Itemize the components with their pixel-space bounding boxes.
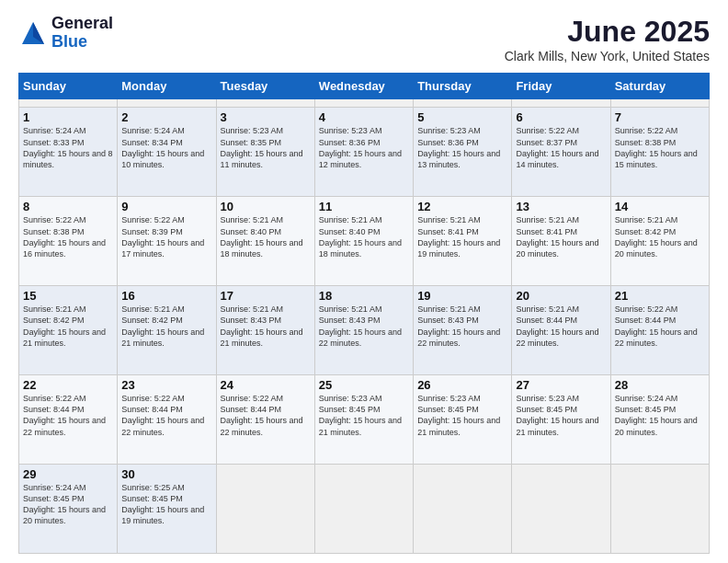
day-number: 6 [516, 110, 606, 124]
day-number: 3 [221, 110, 311, 124]
calendar-cell: 5Sunrise: 5:23 AM Sunset: 8:36 PM Daylig… [414, 108, 512, 197]
day-number: 17 [221, 289, 311, 303]
calendar-cell [414, 99, 512, 108]
calendar-week-row: 29Sunrise: 5:24 AM Sunset: 8:45 PM Dayli… [19, 465, 710, 554]
day-header-sunday: Sunday [19, 74, 118, 99]
cell-content: Sunrise: 5:21 AM Sunset: 8:42 PM Dayligh… [23, 304, 113, 349]
header: General Blue June 2025 Clark Mills, New … [18, 15, 710, 63]
cell-content: Sunrise: 5:21 AM Sunset: 8:41 PM Dayligh… [417, 214, 507, 259]
calendar-week-row: 15Sunrise: 5:21 AM Sunset: 8:42 PM Dayli… [19, 286, 710, 375]
day-number: 12 [417, 200, 507, 213]
day-number: 26 [417, 378, 507, 392]
calendar-cell: 24Sunrise: 5:22 AM Sunset: 8:44 PM Dayli… [216, 375, 314, 465]
calendar-cell [19, 99, 118, 108]
day-number: 8 [23, 200, 113, 213]
calendar-cell: 1Sunrise: 5:24 AM Sunset: 8:33 PM Daylig… [19, 108, 118, 197]
cell-content: Sunrise: 5:23 AM Sunset: 8:36 PM Dayligh… [319, 125, 409, 170]
day-number: 19 [417, 289, 507, 303]
day-header-friday: Friday [512, 74, 610, 99]
calendar-cell: 21Sunrise: 5:22 AM Sunset: 8:44 PM Dayli… [610, 286, 709, 375]
calendar-cell: 9Sunrise: 5:22 AM Sunset: 8:39 PM Daylig… [118, 197, 216, 286]
calendar-cell [216, 465, 314, 554]
calendar-cell [216, 99, 314, 108]
cell-content: Sunrise: 5:22 AM Sunset: 8:39 PM Dayligh… [121, 214, 211, 259]
cell-content: Sunrise: 5:23 AM Sunset: 8:36 PM Dayligh… [417, 125, 507, 170]
day-number: 28 [615, 378, 705, 392]
day-header-saturday: Saturday [610, 74, 709, 99]
cell-content: Sunrise: 5:21 AM Sunset: 8:42 PM Dayligh… [615, 214, 705, 259]
calendar-cell: 3Sunrise: 5:23 AM Sunset: 8:35 PM Daylig… [216, 108, 314, 197]
day-number: 23 [121, 378, 211, 392]
calendar-cell: 4Sunrise: 5:23 AM Sunset: 8:36 PM Daylig… [314, 108, 413, 197]
calendar-cell: 19Sunrise: 5:21 AM Sunset: 8:43 PM Dayli… [414, 286, 512, 375]
cell-content: Sunrise: 5:21 AM Sunset: 8:44 PM Dayligh… [516, 304, 606, 349]
day-number: 11 [319, 200, 409, 213]
cell-content: Sunrise: 5:23 AM Sunset: 8:45 PM Dayligh… [417, 393, 507, 438]
calendar-week-row: 22Sunrise: 5:22 AM Sunset: 8:44 PM Dayli… [19, 375, 710, 465]
calendar-week-row: 8Sunrise: 5:22 AM Sunset: 8:38 PM Daylig… [19, 197, 710, 286]
day-number: 21 [615, 289, 705, 303]
logo-general-text: General [51, 15, 113, 33]
day-number: 15 [23, 289, 113, 303]
calendar-cell: 17Sunrise: 5:21 AM Sunset: 8:43 PM Dayli… [216, 286, 314, 375]
calendar-cell [314, 465, 413, 554]
calendar-cell [414, 465, 512, 554]
cell-content: Sunrise: 5:23 AM Sunset: 8:45 PM Dayligh… [319, 393, 409, 438]
calendar-cell: 11Sunrise: 5:21 AM Sunset: 8:40 PM Dayli… [314, 197, 413, 286]
cell-content: Sunrise: 5:21 AM Sunset: 8:43 PM Dayligh… [417, 304, 507, 349]
day-number: 9 [121, 200, 211, 213]
calendar-cell: 22Sunrise: 5:22 AM Sunset: 8:44 PM Dayli… [19, 375, 118, 465]
calendar-cell: 29Sunrise: 5:24 AM Sunset: 8:45 PM Dayli… [19, 465, 118, 554]
day-header-monday: Monday [118, 74, 216, 99]
day-header-thursday: Thursday [414, 74, 512, 99]
cell-content: Sunrise: 5:22 AM Sunset: 8:38 PM Dayligh… [23, 214, 113, 259]
day-number: 1 [23, 110, 113, 124]
title-section: June 2025 Clark Mills, New York, United … [505, 15, 710, 63]
main-title: June 2025 [505, 15, 710, 49]
cell-content: Sunrise: 5:23 AM Sunset: 8:45 PM Dayligh… [516, 393, 606, 438]
calendar-cell [314, 99, 413, 108]
day-number: 29 [23, 467, 113, 481]
calendar-cell: 14Sunrise: 5:21 AM Sunset: 8:42 PM Dayli… [610, 197, 709, 286]
calendar-cell [610, 465, 709, 554]
calendar-table: SundayMondayTuesdayWednesdayThursdayFrid… [18, 73, 710, 554]
calendar-cell: 18Sunrise: 5:21 AM Sunset: 8:43 PM Dayli… [314, 286, 413, 375]
calendar-cell: 12Sunrise: 5:21 AM Sunset: 8:41 PM Dayli… [414, 197, 512, 286]
cell-content: Sunrise: 5:25 AM Sunset: 8:45 PM Dayligh… [121, 482, 211, 527]
calendar-cell: 25Sunrise: 5:23 AM Sunset: 8:45 PM Dayli… [314, 375, 413, 465]
day-number: 24 [221, 378, 311, 392]
logo-icon [18, 18, 48, 48]
day-number: 4 [319, 110, 409, 124]
calendar-cell: 2Sunrise: 5:24 AM Sunset: 8:34 PM Daylig… [118, 108, 216, 197]
calendar-cell [610, 99, 709, 108]
cell-content: Sunrise: 5:21 AM Sunset: 8:43 PM Dayligh… [221, 304, 311, 349]
cell-content: Sunrise: 5:24 AM Sunset: 8:45 PM Dayligh… [615, 393, 705, 438]
cell-content: Sunrise: 5:21 AM Sunset: 8:40 PM Dayligh… [221, 214, 311, 259]
calendar-cell: 8Sunrise: 5:22 AM Sunset: 8:38 PM Daylig… [19, 197, 118, 286]
day-header-wednesday: Wednesday [314, 74, 413, 99]
calendar-cell: 27Sunrise: 5:23 AM Sunset: 8:45 PM Dayli… [512, 375, 610, 465]
day-number: 30 [121, 467, 211, 481]
logo-blue-text: Blue [51, 33, 113, 52]
page: General Blue June 2025 Clark Mills, New … [0, 0, 728, 563]
day-number: 14 [615, 200, 705, 213]
cell-content: Sunrise: 5:21 AM Sunset: 8:43 PM Dayligh… [319, 304, 409, 349]
cell-content: Sunrise: 5:21 AM Sunset: 8:42 PM Dayligh… [121, 304, 211, 349]
cell-content: Sunrise: 5:22 AM Sunset: 8:44 PM Dayligh… [23, 393, 113, 438]
calendar-cell [512, 465, 610, 554]
day-number: 27 [516, 378, 606, 392]
cell-content: Sunrise: 5:22 AM Sunset: 8:44 PM Dayligh… [221, 393, 311, 438]
calendar-cell: 13Sunrise: 5:21 AM Sunset: 8:41 PM Dayli… [512, 197, 610, 286]
day-number: 16 [121, 289, 211, 303]
calendar-cell: 6Sunrise: 5:22 AM Sunset: 8:37 PM Daylig… [512, 108, 610, 197]
day-number: 7 [615, 110, 705, 124]
calendar-week-row [19, 99, 710, 108]
cell-content: Sunrise: 5:22 AM Sunset: 8:44 PM Dayligh… [121, 393, 211, 438]
day-number: 2 [121, 110, 211, 124]
logo: General Blue [18, 15, 113, 52]
calendar-cell: 7Sunrise: 5:22 AM Sunset: 8:38 PM Daylig… [610, 108, 709, 197]
logo-text: General Blue [51, 15, 113, 52]
calendar-cell: 30Sunrise: 5:25 AM Sunset: 8:45 PM Dayli… [118, 465, 216, 554]
cell-content: Sunrise: 5:22 AM Sunset: 8:44 PM Dayligh… [615, 304, 705, 349]
calendar-cell: 28Sunrise: 5:24 AM Sunset: 8:45 PM Dayli… [610, 375, 709, 465]
